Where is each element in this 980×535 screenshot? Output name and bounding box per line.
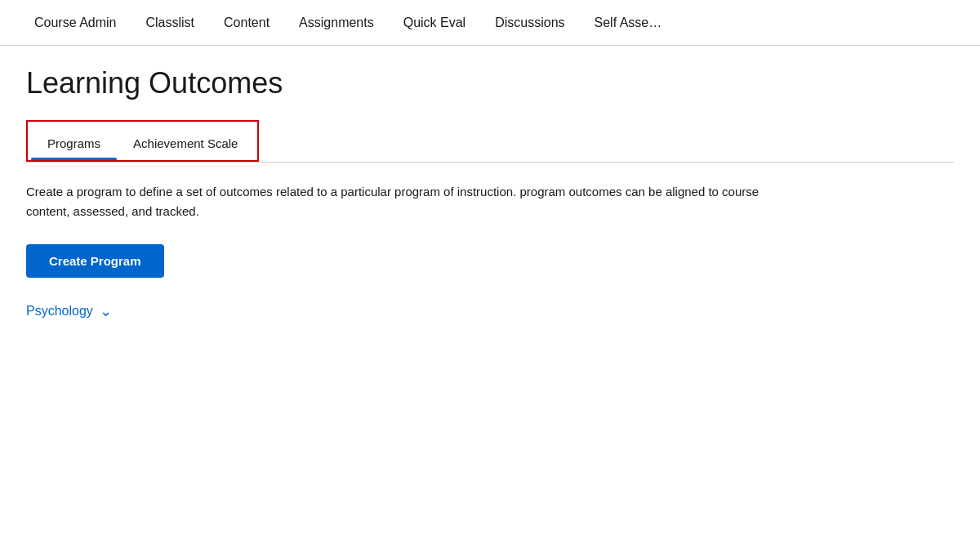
page-title: Learning Outcomes <box>26 65 954 100</box>
tabs-divider <box>26 162 954 163</box>
nav-item-assignments[interactable]: Assignments <box>284 2 389 43</box>
top-navigation: Course Admin Classlist Content Assignmen… <box>0 0 980 46</box>
nav-item-content[interactable]: Content <box>209 2 284 43</box>
nav-item-discussions[interactable]: Discussions <box>480 2 579 43</box>
tab-achievement-scale[interactable]: Achievement Scale <box>117 128 254 160</box>
chevron-down-icon: ⌄ <box>100 304 112 319</box>
nav-item-classlist[interactable]: Classlist <box>131 2 210 43</box>
main-content: Learning Outcomes Programs Achievement S… <box>0 46 980 338</box>
nav-item-course-admin[interactable]: Course Admin <box>20 2 131 43</box>
description-text: Create a program to define a set of outc… <box>26 182 761 221</box>
create-program-button[interactable]: Create Program <box>26 244 164 278</box>
program-label-psychology: Psychology <box>26 304 93 319</box>
tab-programs[interactable]: Programs <box>31 128 117 160</box>
nav-item-quick-eval[interactable]: Quick Eval <box>389 2 480 43</box>
program-item-psychology[interactable]: Psychology ⌄ <box>26 304 954 319</box>
tabs-highlighted-container: Programs Achievement Scale <box>26 120 259 162</box>
nav-item-self-asse[interactable]: Self Asse… <box>580 2 677 43</box>
tabs-row: Programs Achievement Scale <box>31 128 254 160</box>
